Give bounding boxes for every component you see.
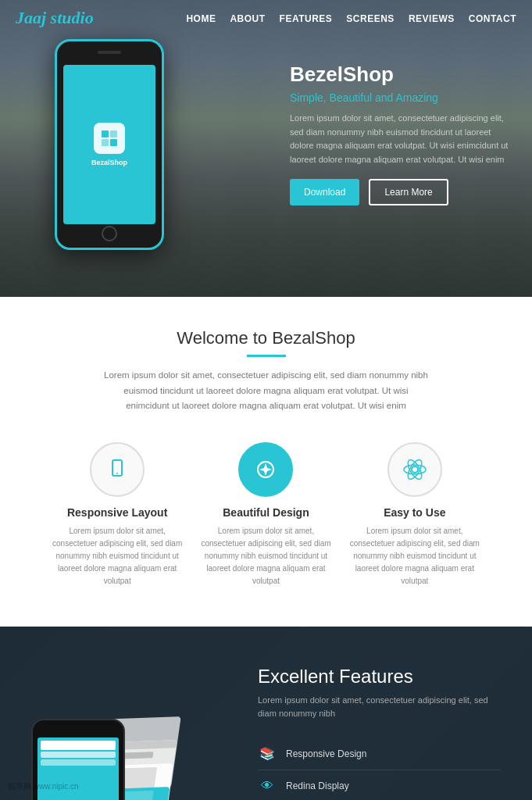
features-row: Responsive Layout Lorem ipsum dolor sit …	[47, 442, 485, 588]
feature-3-title: Easy to Use	[345, 506, 485, 519]
dark-features-text: Excellent Features Lorem ipsum dolor sit…	[258, 666, 501, 800]
navigation: Jaaj studio HOME ABOUT FEATURES SCREENS …	[0, 0, 532, 36]
download-button[interactable]: Download	[290, 179, 359, 205]
dark-features-section: Excellent Features Lorem ipsum dolor sit…	[0, 627, 532, 800]
learn-more-button[interactable]: Learn More	[369, 179, 448, 205]
phone-screen: BezalShop	[63, 65, 155, 224]
feature-3-desc: Lorem ipsum dolor sit amet, consectetuer…	[345, 525, 485, 588]
responsive-icon-wrap	[90, 442, 145, 497]
hero-title: BezelShop	[290, 62, 509, 87]
svg-rect-2	[102, 139, 109, 146]
feature-list-item: 👁 Redina Display	[258, 770, 501, 800]
feature-1-title: Responsive Layout	[47, 506, 187, 519]
svg-rect-3	[110, 139, 117, 146]
logo[interactable]: Jaaj studio	[16, 8, 94, 28]
hero-phone: BezalShop	[47, 39, 172, 266]
pen-icon	[253, 457, 278, 482]
easy-icon-wrap	[387, 442, 442, 497]
welcome-section: Welcome to BezalShop Lorem ipsum dolor s…	[0, 297, 532, 627]
phone-speaker	[98, 51, 121, 54]
phone-3d-screen	[37, 738, 119, 800]
hero-buttons: Download Learn More	[290, 179, 509, 205]
hero-section: Jaaj studio HOME ABOUT FEATURES SCREENS …	[0, 0, 532, 297]
feature-list-item: 📚 Responsive Design	[258, 738, 501, 770]
phone-icon	[105, 457, 130, 482]
phone-app-name: BezalShop	[91, 159, 127, 166]
phone-3d	[31, 719, 125, 800]
welcome-title: Welcome to BezalShop	[47, 328, 485, 348]
nav-reviews[interactable]: REVIEWS	[409, 13, 455, 24]
app-logo-icon	[98, 127, 120, 149]
design-icon-wrap	[238, 442, 293, 497]
dark-features-title: Excellent Features	[258, 666, 501, 688]
svg-point-7	[412, 466, 418, 473]
feature-1-desc: Lorem ipsum dolor sit amet, consectetuer…	[47, 525, 187, 588]
eye-icon: 👁	[258, 777, 277, 795]
feature-responsive: Responsive Layout Lorem ipsum dolor sit …	[47, 442, 187, 588]
nav-about[interactable]: ABOUT	[230, 13, 265, 24]
nav-links: HOME ABOUT FEATURES SCREENS REVIEWS CONT…	[186, 11, 516, 25]
svg-rect-1	[110, 130, 117, 138]
nav-contact[interactable]: CONTACT	[469, 13, 516, 24]
phone-body: BezalShop	[55, 39, 164, 250]
feat-label-1: Responsive Design	[286, 748, 366, 759]
phone-graphic	[31, 680, 234, 800]
nav-home[interactable]: HOME	[186, 13, 216, 24]
svg-rect-0	[102, 130, 109, 138]
atom-icon	[401, 455, 429, 484]
feature-easy: Easy to Use Lorem ipsum dolor sit amet, …	[345, 442, 485, 588]
welcome-intro: Lorem ipsum dolor sit amet, consectetuer…	[102, 368, 430, 414]
feature-list: 📚 Responsive Design 👁 Redina Display </>…	[258, 738, 501, 800]
hero-description: Lorem ipsum dolor sit amet, consectetuer…	[290, 112, 509, 166]
nav-screens[interactable]: SCREENS	[346, 13, 395, 24]
feature-design: Beautiful Design Lorem ipsum dolor sit a…	[195, 442, 336, 588]
title-underline	[247, 355, 286, 357]
hero-tagline: Simple, Beautiful and Amazing	[290, 91, 509, 104]
phone-home-button	[102, 226, 117, 241]
dark-features-subtitle: Lorem ipsum dolor sit amet, consectetuer…	[258, 694, 501, 721]
app-icon	[94, 123, 125, 154]
feature-2-title: Beautiful Design	[195, 506, 336, 519]
feat-label-2: Redina Display	[286, 780, 349, 791]
svg-point-5	[116, 473, 118, 474]
hero-text-block: BezelShop Simple, Beautiful and Amazing …	[290, 62, 509, 205]
book-icon: 📚	[258, 745, 277, 763]
feature-2-desc: Lorem ipsum dolor sit amet, consectetuer…	[195, 525, 336, 588]
nav-features[interactable]: FEATURES	[280, 13, 333, 24]
